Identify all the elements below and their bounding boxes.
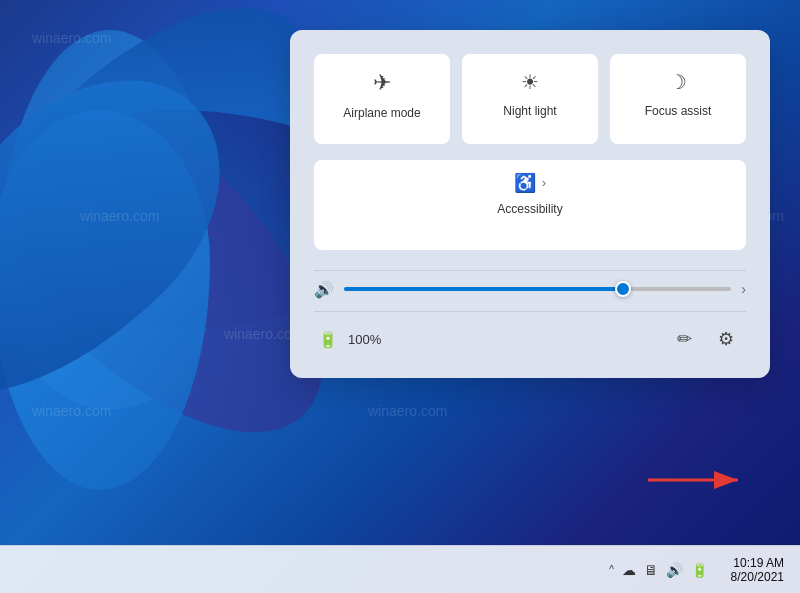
tiles-row-2: ♿ › Accessibility <box>314 160 746 250</box>
night-light-tile[interactable]: ☀ Night light <box>462 54 598 144</box>
volume-slider-fill <box>344 287 623 291</box>
quick-settings-panel: ✈ Airplane mode ☀ Night light ☽ Focus as… <box>290 30 770 378</box>
tiles-row-1: ✈ Airplane mode ☀ Night light ☽ Focus as… <box>314 54 746 144</box>
desktop-background: winaero.com winaero.com winaero.com wina… <box>0 0 800 593</box>
battery-tray-icon: 🔋 <box>691 562 708 578</box>
volume-tray-icon[interactable]: 🔊 <box>666 562 683 578</box>
night-light-label: Night light <box>503 104 556 118</box>
airplane-mode-icon: ✈ <box>373 70 391 96</box>
accessibility-arrow: › <box>542 176 546 190</box>
volume-slider-container[interactable] <box>344 279 731 299</box>
taskbar: ^ ☁ 🖥 🔊 🔋 10:19 AM 8/20/2021 <box>0 545 800 593</box>
clock-date: 8/20/2021 <box>731 570 784 584</box>
accessibility-tile[interactable]: ♿ › Accessibility <box>314 160 746 250</box>
volume-expand-chevron[interactable]: › <box>741 281 746 297</box>
battery-icon: 🔋 <box>318 330 338 349</box>
focus-assist-icon: ☽ <box>669 70 687 94</box>
cloud-tray-icon: ☁ <box>622 562 636 578</box>
airplane-mode-label: Airplane mode <box>343 106 420 120</box>
system-clock[interactable]: 10:19 AM 8/20/2021 <box>722 556 792 584</box>
focus-assist-label: Focus assist <box>645 104 712 118</box>
night-light-icon: ☀ <box>521 70 539 94</box>
tray-overflow-chevron[interactable]: ^ <box>609 564 614 575</box>
focus-assist-tile[interactable]: ☽ Focus assist <box>610 54 746 144</box>
accessibility-label: Accessibility <box>497 202 562 216</box>
volume-slider-row: 🔊 › <box>314 270 746 312</box>
screen-tray-icon: 🖥 <box>644 562 658 578</box>
volume-slider-thumb[interactable] <box>615 281 631 297</box>
airplane-mode-tile[interactable]: ✈ Airplane mode <box>314 54 450 144</box>
volume-slider-track <box>344 287 731 291</box>
battery-percent: 100% <box>348 332 381 347</box>
clock-time: 10:19 AM <box>733 556 784 570</box>
edit-button[interactable]: ✏ <box>669 324 700 354</box>
tray-icons-group[interactable]: ^ ☁ 🖥 🔊 🔋 <box>601 558 716 582</box>
accessibility-icon: ♿ <box>514 172 536 194</box>
volume-icon: 🔊 <box>314 280 334 299</box>
settings-button[interactable]: ⚙ <box>710 324 742 354</box>
red-arrow-indicator <box>638 455 758 505</box>
bottom-bar: 🔋 100% ✏ ⚙ <box>314 312 746 354</box>
system-tray: ^ ☁ 🖥 🔊 🔋 10:19 AM 8/20/2021 <box>601 556 792 584</box>
